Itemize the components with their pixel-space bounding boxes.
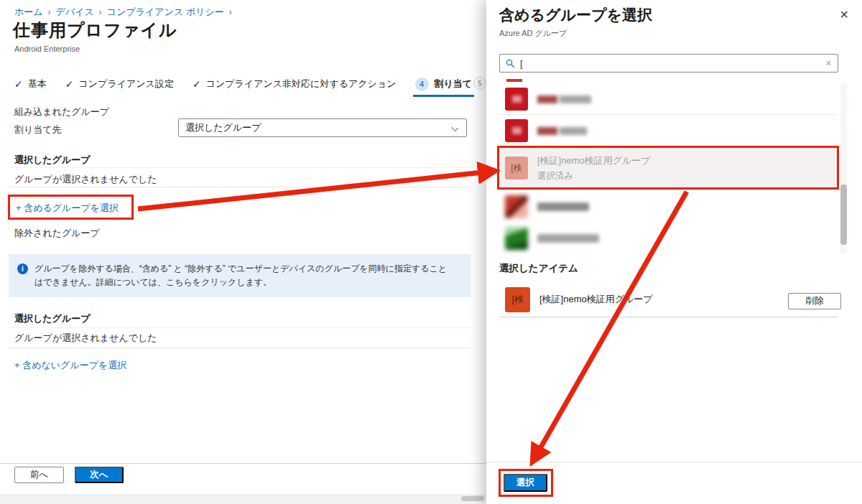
group-status: 選択済み <box>537 170 651 182</box>
breadcrumb-compliance-policies[interactable]: コンプライアンス ポリシー <box>107 6 224 19</box>
redacted-group-name <box>537 127 587 135</box>
group-search-box: ✕ <box>499 54 838 73</box>
divider <box>9 347 471 348</box>
assign-to-dropdown-value: 選択したグループ <box>185 121 261 134</box>
tab-basics[interactable]: ✓ 基本 <box>14 78 47 90</box>
search-icon <box>506 59 515 68</box>
excluded-groups-label: 除外されたグループ <box>14 227 100 240</box>
breadcrumb-separator: › <box>99 7 102 17</box>
clear-search-icon[interactable]: ✕ <box>825 59 832 68</box>
chevron-down-icon <box>451 124 458 131</box>
info-icon: i <box>17 263 28 274</box>
vertical-scrollbar-thumb[interactable] <box>840 185 847 245</box>
tab-label: コンプライアンス非対応に対するアクション <box>206 78 397 90</box>
tab-label: 割り当て <box>435 78 473 90</box>
close-icon[interactable]: ✕ <box>840 8 849 22</box>
check-icon: ✓ <box>65 78 74 90</box>
group-info: [検証]nemo検証用グループ 選択済み <box>537 154 651 182</box>
info-banner: i グループを除外する場合、“含める” と “除外する” でユーザーとデバイスの… <box>9 254 471 297</box>
wizard-footer-divider <box>0 463 486 464</box>
builtin-groups-label: 組み込まれたグループ <box>14 106 109 118</box>
selected-group-name: [検証]nemo検証用グループ <box>539 293 653 306</box>
group-list-item-redacted[interactable] <box>499 84 837 115</box>
tab-label: 基本 <box>28 78 47 90</box>
group-avatar: [検 <box>505 287 530 312</box>
breadcrumb-separator: › <box>48 7 51 17</box>
group-avatar: [検 <box>505 157 528 179</box>
step-number-badge: 4 <box>415 78 429 91</box>
tab-compliance-settings[interactable]: ✓ コンプライアンス設定 <box>65 78 174 90</box>
group-list-item-redacted[interactable] <box>499 191 837 223</box>
wizard-tabs: ✓ 基本 ✓ コンプライアンス設定 ✓ コンプライアンス非対応に対するアクション… <box>14 75 472 93</box>
tab-noncompliance-actions[interactable]: ✓ コンプライアンス非対応に対するアクション <box>193 78 397 90</box>
horizontal-scrollbar-thumb[interactable] <box>461 496 484 501</box>
group-list-item-redacted[interactable] <box>499 115 837 147</box>
check-icon: ✓ <box>193 78 201 90</box>
divider <box>9 167 471 168</box>
divider <box>9 187 471 187</box>
breadcrumb-separator: › <box>229 7 232 17</box>
divider <box>499 317 838 317</box>
group-avatar <box>505 227 528 250</box>
divider <box>9 327 471 328</box>
intune-compliance-wizard: ホーム › デバイス › コンプライアンス ポリシー › 仕事用プロファイル A… <box>0 0 862 504</box>
redacted-group-name <box>537 95 591 103</box>
selected-items-header: 選択したアイテム <box>499 262 578 275</box>
next-button[interactable]: 次へ <box>75 467 124 483</box>
group-avatar <box>505 195 528 218</box>
group-avatar <box>505 88 528 111</box>
select-button[interactable]: 選択 <box>504 474 547 492</box>
panel-title: 含めるグループを選択 <box>499 5 652 25</box>
excluded-selected-groups-header: 選択したグループ <box>14 312 91 325</box>
group-avatar <box>505 119 528 142</box>
select-groups-to-exclude-link[interactable]: + 含めないグループを選択 <box>14 359 126 372</box>
remove-button[interactable]: 削除 <box>788 293 841 309</box>
select-groups-to-include-link[interactable]: + 含めるグループを選択 <box>16 202 119 215</box>
tab-assignments[interactable]: 4 割り当て <box>415 78 473 91</box>
page-title: 仕事用プロファイル <box>13 19 177 42</box>
assign-to-label: 割り当て先 <box>14 123 62 136</box>
redacted-group-name <box>537 202 589 211</box>
arrow-link-to-group <box>138 172 483 209</box>
redacted-group-name <box>537 234 599 243</box>
previous-button[interactable]: 前へ <box>14 467 64 483</box>
included-groups-empty-text: グループが選択されませんでした <box>14 173 157 186</box>
group-list-item-redacted[interactable] <box>499 223 837 254</box>
panel-subtitle: Azure AD グループ <box>499 28 567 39</box>
breadcrumb-home[interactable]: ホーム <box>14 6 43 19</box>
tab-label: コンプライアンス設定 <box>78 78 173 90</box>
redacted-mark <box>506 79 522 82</box>
group-name: [検証]nemo検証用グループ <box>537 154 651 167</box>
tab-next-step-badge[interactable]: 5 <box>473 77 486 90</box>
info-banner-text: グループを除外する場合、“含める” と “除外する” でユーザーとデバイスのグル… <box>34 262 455 289</box>
page-subtitle: Android Enterprise <box>14 45 80 53</box>
panel-footer-divider <box>486 462 862 462</box>
select-groups-panel: 含めるグループを選択 ✕ Azure AD グループ ✕ [検 <box>486 0 862 504</box>
breadcrumb: ホーム › デバイス › コンプライアンス ポリシー › <box>14 6 232 19</box>
check-icon: ✓ <box>14 78 23 90</box>
bottom-status-strip <box>0 495 486 504</box>
included-groups-header: 選択したグループ <box>14 154 91 167</box>
breadcrumb-devices[interactable]: デバイス <box>56 6 94 19</box>
group-list-item-selected[interactable]: [検 [検証]nemo検証用グループ 選択済み <box>499 147 837 189</box>
assign-to-dropdown[interactable]: 選択したグループ <box>178 118 467 137</box>
excluded-groups-empty-text: グループが選択されませんでした <box>14 332 157 345</box>
group-search-input[interactable] <box>520 58 820 69</box>
